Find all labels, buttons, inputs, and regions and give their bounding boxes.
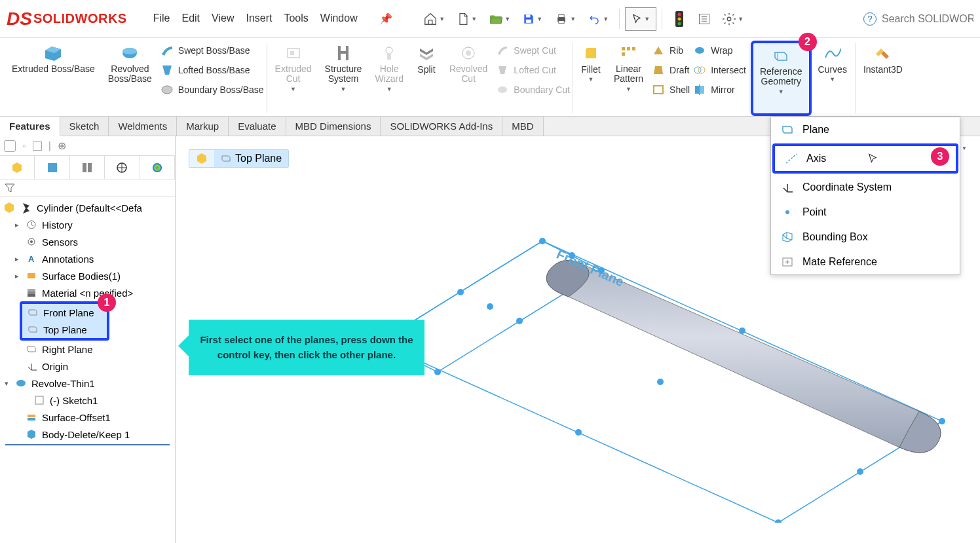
shell-button[interactable]: Shell xyxy=(650,80,691,100)
tree-material[interactable]: Material <n pecified> xyxy=(0,284,175,301)
menu-insert[interactable]: Insert xyxy=(246,12,272,25)
tab-mbd[interactable]: MBD xyxy=(502,117,543,136)
menu-view[interactable]: View xyxy=(212,12,234,25)
svg-point-34 xyxy=(698,67,705,73)
logo-ds-icon: DS xyxy=(7,9,32,29)
menu-coordinate-system[interactable]: Coordinate System xyxy=(771,175,960,200)
menu-mate-reference[interactable]: Mate Reference xyxy=(771,250,960,274)
menu-point[interactable]: Point xyxy=(771,200,960,225)
tree-surface-offset[interactable]: Surface-Offset1 xyxy=(0,409,175,426)
tree-sketch1[interactable]: (-) Sketch1 xyxy=(0,392,175,409)
options-button[interactable] xyxy=(692,7,716,31)
draft-button[interactable]: Draft xyxy=(650,60,691,80)
breadcrumb-part[interactable] xyxy=(189,150,214,167)
tree-right-plane[interactable]: Right Plane xyxy=(0,341,175,358)
svg-point-15 xyxy=(122,48,137,54)
split-button[interactable]: Split xyxy=(414,42,439,76)
menu-bounding-box[interactable]: Bounding Box xyxy=(771,225,960,250)
settings-button[interactable]: ▼ xyxy=(717,7,749,31)
side-tool-2[interactable] xyxy=(33,141,42,151)
instruction-callout: First select one of the planes, press do… xyxy=(189,320,424,375)
menu-plane[interactable]: Plane xyxy=(771,117,960,142)
save-button[interactable]: ▼ xyxy=(517,7,548,31)
open-button[interactable]: ▼ xyxy=(484,7,516,31)
tree-surface-bodies[interactable]: ▸Surface Bodies(1) xyxy=(0,267,175,284)
svg-rect-27 xyxy=(622,47,625,50)
reference-geometry-button[interactable]: 2 Reference Geometry▼ xyxy=(751,41,812,116)
tab-evaluate[interactable]: Evaluate xyxy=(229,117,286,136)
side-tab-feature[interactable] xyxy=(0,156,35,179)
menu-axis-box: 3 Axis xyxy=(772,143,958,174)
help-icon[interactable]: ? xyxy=(863,12,876,26)
structure-system-button[interactable]: Structure System▼ xyxy=(322,42,365,94)
svg-rect-3 xyxy=(559,14,564,17)
menu-window[interactable]: Window xyxy=(320,12,358,25)
svg-rect-39 xyxy=(83,163,86,172)
side-tabs xyxy=(0,156,175,179)
boundary-boss-button[interactable]: Boundary Boss/Base xyxy=(159,80,265,100)
swept-boss-button[interactable]: Swept Boss/Base xyxy=(159,41,265,60)
svg-rect-40 xyxy=(88,163,92,172)
svg-point-47 xyxy=(30,240,33,243)
menu-file[interactable]: File xyxy=(153,12,170,25)
traffic-light-icon[interactable] xyxy=(668,7,691,31)
menu-tools[interactable]: Tools xyxy=(284,12,308,25)
home-button[interactable]: ▼ xyxy=(419,7,450,31)
tab-markup[interactable]: Markup xyxy=(177,117,229,136)
breadcrumb-plane[interactable]: Top Plane xyxy=(214,150,288,167)
mirror-button[interactable]: Mirror xyxy=(691,80,747,100)
lofted-boss-button[interactable]: Lofted Boss/Base xyxy=(159,60,265,80)
tree-annotations[interactable]: ▸AAnnotations xyxy=(0,250,175,267)
breadcrumb: Top Plane xyxy=(189,149,289,168)
linear-pattern-button[interactable]: Linear Pattern▼ xyxy=(611,42,646,94)
filter-icon[interactable] xyxy=(4,183,16,193)
cursor-icon xyxy=(867,151,878,166)
tree-body-delete[interactable]: Body-Delete/Keep 1 xyxy=(0,426,175,443)
logo-text: SOLIDWORKS xyxy=(33,11,127,26)
select-button[interactable]: ▼ xyxy=(625,7,656,31)
pin-icon[interactable]: 📌 xyxy=(379,12,392,25)
new-button[interactable]: ▼ xyxy=(451,7,483,31)
undo-button[interactable]: ▼ xyxy=(582,7,614,31)
svg-point-44 xyxy=(153,163,162,172)
intersect-button[interactable]: Intersect xyxy=(691,60,747,80)
tree-sensors[interactable]: Sensors xyxy=(0,233,175,250)
side-tool-3[interactable]: ⊕ xyxy=(58,140,66,152)
tree-revolve[interactable]: ▾Revolve-Thin1 xyxy=(0,375,175,392)
side-tab-dimxpert[interactable] xyxy=(105,156,140,179)
fillet-button[interactable]: Fillet▼ xyxy=(578,42,603,84)
svg-text:A: A xyxy=(28,254,35,264)
tree-top-plane[interactable]: Top Plane xyxy=(22,321,107,338)
side-tab-appearance[interactable] xyxy=(140,156,175,179)
side-tab-property[interactable] xyxy=(35,156,69,179)
tree-origin[interactable]: Origin xyxy=(0,358,175,375)
tree-front-plane[interactable]: Front Plane xyxy=(22,304,107,321)
tab-addins[interactable]: SOLIDWORKS Add-Ins xyxy=(381,117,502,136)
svg-point-67 xyxy=(569,252,575,259)
revolved-boss-button[interactable]: Revolved Boss/Base xyxy=(105,42,155,86)
svg-rect-31 xyxy=(654,86,663,94)
rib-button[interactable]: Rib xyxy=(650,41,691,60)
extruded-boss-button[interactable]: Extruded Boss/Base xyxy=(9,42,98,75)
side-tool-1[interactable] xyxy=(4,140,16,152)
menu-edit[interactable]: Edit xyxy=(181,12,200,25)
wrap-button[interactable]: Wrap xyxy=(691,41,747,60)
search-input[interactable] xyxy=(882,13,973,25)
curves-button[interactable]: Curves▼ xyxy=(816,42,850,84)
tree-history[interactable]: ▸History xyxy=(0,216,175,233)
instant3d-button[interactable]: Instant3D xyxy=(861,42,905,76)
svg-rect-50 xyxy=(28,289,35,291)
side-tab-config[interactable] xyxy=(70,156,105,179)
hole-wizard-button: Hole Wizard▼ xyxy=(372,42,406,94)
tree-root[interactable]: Cylinder (Default<<Defa xyxy=(0,199,175,216)
print-button[interactable]: ▼ xyxy=(550,7,581,31)
tab-sketch[interactable]: Sketch xyxy=(60,117,109,136)
feature-tree: Cylinder (Default<<Defa ▸History Sensors… xyxy=(0,197,175,448)
tab-mbd-dimensions[interactable]: MBD Dimensions xyxy=(286,117,381,136)
menu-axis[interactable]: Axis xyxy=(775,146,956,171)
svg-rect-21 xyxy=(338,51,349,54)
model-view: Front Plane xyxy=(359,234,949,523)
svg-rect-1 xyxy=(526,19,531,22)
tab-features[interactable]: Features xyxy=(0,117,60,136)
tab-weldments[interactable]: Weldments xyxy=(109,117,177,136)
